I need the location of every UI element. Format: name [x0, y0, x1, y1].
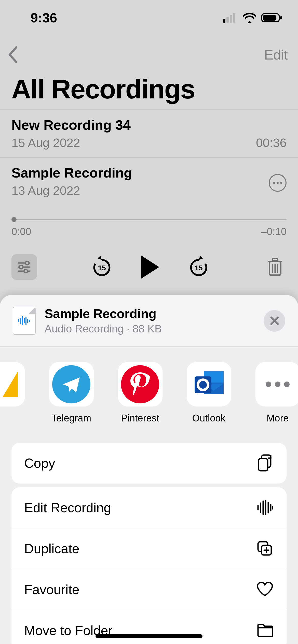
home-indicator[interactable] [96, 634, 202, 638]
recording-title: New Recording 34 [11, 117, 287, 133]
status-time: 9:36 [31, 10, 57, 25]
svg-marker-30 [63, 377, 80, 392]
waveform-icon [256, 499, 274, 517]
action-label: Edit Recording [24, 500, 111, 515]
options-sliders-button[interactable] [11, 254, 37, 280]
action-duplicate[interactable]: Duplicate [11, 528, 287, 569]
page-title: All Recordings [11, 74, 195, 105]
svg-rect-37 [259, 459, 268, 471]
nav-bar: Edit [0, 39, 298, 70]
outlook-icon [187, 362, 231, 406]
share-apps-row[interactable]: Telegram Pinterest Outlook More [0, 347, 298, 439]
playback-scrubber[interactable]: 0:00 –0:10 [11, 219, 287, 237]
action-group: Edit Recording Duplicate Favourite Move … [11, 487, 287, 644]
svg-rect-23 [22, 316, 23, 325]
share-sheet-header: Sample Recording Audio Recording · 88 KB [0, 295, 298, 347]
action-move-to-folder[interactable]: Move to Folder [11, 610, 287, 644]
svg-text:15: 15 [98, 264, 106, 272]
divider [0, 109, 298, 110]
pinterest-icon [118, 362, 162, 406]
copy-icon [256, 454, 274, 472]
svg-rect-0 [223, 19, 225, 23]
share-app-more[interactable]: More [252, 362, 298, 424]
share-app-outlook[interactable]: Outlook [183, 362, 234, 424]
share-app-label: Pinterest [121, 413, 159, 424]
play-button[interactable] [141, 256, 159, 279]
svg-rect-1 [226, 17, 229, 23]
skip-back-15-button[interactable]: 15 [90, 256, 113, 279]
more-icon [255, 362, 298, 406]
svg-text:15: 15 [195, 264, 202, 272]
svg-rect-6 [280, 16, 282, 19]
audio-file-icon [13, 307, 36, 335]
skip-forward-15-button[interactable]: 15 [187, 256, 210, 279]
action-copy[interactable]: Copy [11, 443, 287, 484]
svg-rect-3 [233, 13, 235, 23]
share-app-pinterest[interactable]: Pinterest [115, 362, 166, 424]
share-app-telegram[interactable]: Telegram [46, 362, 97, 424]
svg-rect-24 [24, 318, 25, 323]
share-app-label: Telegram [51, 413, 91, 424]
elapsed-time: 0:00 [11, 226, 31, 237]
action-label: Duplicate [24, 541, 79, 556]
battery-icon [261, 13, 283, 23]
svg-rect-2 [230, 15, 232, 23]
share-app-label: More [267, 413, 289, 424]
recording-date: 13 Aug 2022 [11, 184, 80, 198]
svg-rect-25 [25, 317, 26, 325]
action-edit-recording[interactable]: Edit Recording [11, 487, 287, 528]
status-bar: 9:36 [0, 0, 298, 36]
svg-rect-5 [263, 15, 276, 21]
share-sheet: Sample Recording Audio Recording · 88 KB… [0, 295, 298, 644]
share-app-partial[interactable] [0, 362, 28, 424]
svg-rect-26 [27, 319, 28, 323]
telegram-icon [49, 362, 94, 406]
svg-point-10 [19, 265, 23, 269]
heart-icon [256, 581, 274, 598]
wifi-icon [243, 13, 256, 23]
svg-rect-22 [20, 318, 21, 324]
folder-icon [256, 622, 274, 639]
action-label: Copy [24, 456, 55, 471]
remaining-time: –0:10 [261, 226, 287, 237]
action-favourite[interactable]: Favourite [11, 569, 287, 610]
duplicate-icon [256, 540, 274, 558]
more-actions-button[interactable] [269, 174, 287, 192]
recording-date: 15 Aug 2022 [11, 136, 80, 150]
share-item-subtitle: Audio Recording · 88 KB [45, 323, 264, 335]
recording-row[interactable]: New Recording 34 15 Aug 2022 00:36 [11, 117, 287, 150]
back-button[interactable] [8, 46, 18, 64]
svg-rect-17 [273, 258, 278, 261]
svg-point-8 [25, 261, 29, 265]
edit-button[interactable]: Edit [264, 47, 288, 63]
divider [0, 157, 298, 158]
share-app-label: Outlook [192, 413, 226, 424]
recording-row-selected[interactable]: Sample Recording 13 Aug 2022 [11, 165, 287, 198]
recording-title: Sample Recording [11, 165, 287, 181]
recording-duration: 00:36 [256, 136, 287, 150]
svg-point-12 [24, 269, 28, 273]
cellular-icon [223, 13, 238, 23]
svg-rect-27 [29, 320, 30, 322]
action-label: Favourite [24, 582, 79, 597]
share-item-title: Sample Recording [45, 306, 264, 321]
svg-rect-21 [18, 319, 19, 322]
close-button[interactable] [264, 310, 285, 332]
delete-button[interactable] [264, 256, 287, 279]
playback-controls: 15 15 [11, 254, 287, 280]
action-group: Copy [11, 443, 287, 484]
drive-icon [0, 362, 25, 406]
